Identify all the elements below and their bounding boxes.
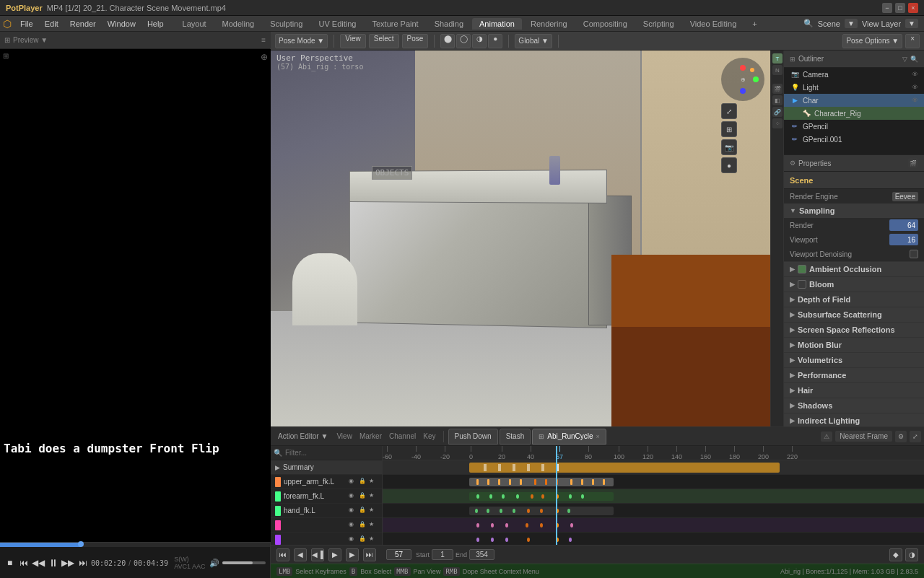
last-frame-btn[interactable]: ⏭ — [363, 548, 376, 561]
outliner-item-char[interactable]: ▶ Char 👁 — [784, 94, 924, 107]
video-rew-btn[interactable]: ◀◀ — [32, 555, 45, 571]
tl-settings-btn[interactable]: ⚙ — [895, 431, 907, 442]
zoom-fit-btn[interactable]: ⤢ — [721, 103, 737, 119]
sampling-header[interactable]: ▼ Sampling — [784, 203, 924, 218]
tl-tab-stash[interactable]: Stash — [500, 429, 531, 445]
outliner-filter[interactable]: ▽ — [902, 56, 907, 63]
tl-menu-marker[interactable]: Marker — [357, 432, 385, 440]
view-layer-dropdown[interactable]: ▼ — [905, 19, 918, 28]
volume-bar[interactable] — [222, 561, 266, 564]
tab-layout[interactable]: Layout — [175, 18, 214, 30]
tl-warning-btn[interactable]: ⚠ — [821, 432, 832, 442]
vol-header[interactable]: ▶ Volumetrics — [784, 353, 924, 367]
start-frame-input[interactable] — [432, 549, 453, 560]
sss-header[interactable]: ▶ Subsurface Scattering — [784, 307, 924, 322]
minimize-button[interactable]: − — [882, 3, 892, 13]
tab-uv-editing[interactable]: UV Editing — [311, 18, 363, 30]
hand-lock[interactable]: 🔒 — [359, 507, 367, 515]
abi-close-btn[interactable]: × — [596, 433, 600, 440]
end-frame-input[interactable] — [469, 549, 494, 560]
tab-add[interactable]: + — [745, 18, 764, 30]
tab-modeling[interactable]: Modeling — [215, 18, 262, 30]
outliner-item-light[interactable]: 💡 Light 👁 — [784, 81, 924, 94]
tool-icon[interactable]: T — [772, 53, 783, 64]
purple-lock[interactable]: 🔒 — [359, 535, 367, 544]
menu-file[interactable]: File — [14, 18, 39, 30]
onion-skin-btn[interactable]: ◑ — [905, 548, 918, 561]
dof-header[interactable]: ▶ Depth of Field — [784, 292, 924, 307]
video-stop-btn[interactable]: ■ — [4, 555, 15, 571]
view-btn[interactable]: View — [340, 34, 366, 48]
tl-menu-view[interactable]: View — [334, 432, 355, 440]
forearm-lock[interactable]: 🔒 — [359, 492, 367, 501]
search-icon[interactable]: 🔍 — [803, 19, 814, 28]
outliner-item-character-rig[interactable]: 🦴 Character_Rig — [784, 107, 924, 120]
outliner-item-camera[interactable]: 📷 Camera 👁 — [784, 68, 924, 81]
viewport-denoising-checkbox[interactable] — [910, 250, 918, 258]
orthographic-btn[interactable]: ⊞ — [721, 121, 737, 137]
mb-header[interactable]: ▶ Motion Blur — [784, 338, 924, 352]
props-scene-icon[interactable]: 🎬 — [908, 158, 918, 168]
video-next-btn[interactable]: ⏭ — [77, 555, 88, 571]
hand-select[interactable]: ★ — [369, 507, 378, 515]
select-btn[interactable]: Select — [369, 34, 399, 48]
left-panel-options[interactable]: ≡ — [261, 36, 266, 44]
outliner-search[interactable]: 🔍 — [910, 56, 918, 63]
menu-render[interactable]: Render — [64, 18, 102, 30]
current-frame-input[interactable] — [386, 549, 411, 560]
play-reverse-btn[interactable]: ◀▐ — [311, 548, 324, 561]
forearm-mute[interactable]: ◉ — [349, 492, 357, 501]
keyframe-type-btn[interactable]: ◆ — [889, 548, 902, 561]
tab-sculpting[interactable]: Sculpting — [263, 18, 310, 30]
tl-tab-abi[interactable]: ⊞ Abi_RunCycle × — [532, 429, 606, 445]
video-progress-handle[interactable] — [78, 541, 84, 547]
video-fwd-btn[interactable]: ▶▶ — [61, 555, 74, 571]
shadows-header[interactable]: ▶ Shadows — [784, 398, 924, 413]
tl-menu-key[interactable]: Key — [420, 432, 438, 440]
render-engine-dropdown[interactable]: Eevee — [892, 192, 918, 201]
pose-options-dropdown[interactable]: Pose Options ▼ — [842, 34, 902, 48]
tab-compositing[interactable]: Compositing — [576, 18, 635, 30]
maximize-button[interactable]: □ — [895, 3, 905, 13]
play-btn[interactable]: ▶ — [328, 548, 341, 561]
track-search-input[interactable] — [285, 449, 379, 457]
scene-dropdown[interactable]: ▼ — [845, 19, 858, 28]
upperarm-mute[interactable]: ◉ — [349, 478, 357, 486]
upperarm-lock[interactable]: 🔒 — [359, 478, 367, 486]
ao-checkbox[interactable] — [798, 265, 806, 273]
constraint-icon[interactable]: 🔗 — [772, 107, 783, 117]
video-prev-btn[interactable]: ⏮ — [18, 555, 29, 571]
ssr-header[interactable]: ▶ Screen Space Reflections — [784, 323, 924, 337]
outliner-item-gpencil[interactable]: ✏ GPencil — [784, 120, 924, 133]
menu-edit[interactable]: Edit — [39, 18, 64, 30]
viewport-samples-value[interactable]: 16 — [889, 234, 918, 245]
prev-frame-btn[interactable]: ◀ — [294, 548, 307, 561]
bloom-checkbox[interactable] — [798, 280, 806, 289]
purple-mute[interactable]: ◉ — [349, 535, 357, 544]
global-dropdown[interactable]: Global ▼ — [515, 34, 552, 48]
pose-mode-dropdown[interactable]: Pose Mode ▼ — [275, 34, 328, 48]
outliner-item-gpencil001[interactable]: ✏ GPencil.001 — [784, 133, 924, 146]
pink-lock[interactable]: 🔒 — [359, 521, 367, 530]
pink-select[interactable]: ★ — [369, 521, 378, 530]
tab-animation[interactable]: Animation — [472, 18, 522, 30]
3d-viewport[interactable]: OBJECTS User Perspective (57) Abi_rig : … — [271, 51, 770, 426]
view-nav-icon[interactable]: ⊕ — [261, 52, 268, 62]
camera-visibility[interactable]: 👁 — [912, 71, 918, 78]
layer-icon[interactable]: ◧ — [772, 95, 783, 105]
particle-icon[interactable]: ⁘ — [772, 118, 783, 128]
tl-tab-pushdown[interactable]: Push Down — [448, 429, 498, 445]
pink-mute[interactable]: ◉ — [349, 521, 357, 530]
ao-header[interactable]: ▶ Ambient Occlusion — [784, 262, 924, 276]
first-frame-btn[interactable]: ⏮ — [276, 548, 289, 561]
render-mode-btn[interactable]: ● — [488, 34, 502, 48]
summary-expand[interactable]: ▶ — [275, 464, 280, 471]
menu-window[interactable]: Window — [102, 18, 141, 30]
indirect-header[interactable]: ▶ Indirect Lighting — [784, 413, 924, 426]
video-progress-bar[interactable] — [0, 543, 270, 547]
tl-expand-btn[interactable]: ⤢ — [910, 431, 921, 442]
perf-header[interactable]: ▶ Performance — [784, 368, 924, 382]
tl-mode-dropdown[interactable]: Action Editor ▼ — [274, 429, 332, 445]
forearm-select[interactable]: ★ — [369, 492, 378, 501]
pose-btn[interactable]: Pose — [402, 34, 429, 48]
